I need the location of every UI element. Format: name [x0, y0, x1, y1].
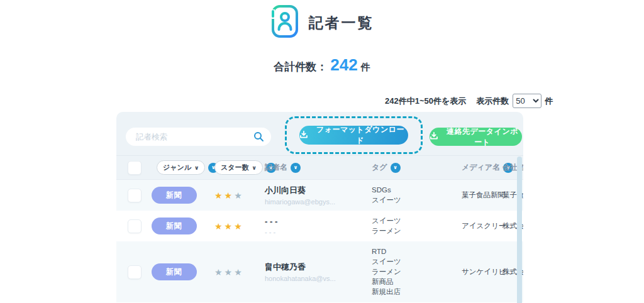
table-row: 新聞 ★★★ - - - - - - スイーツラーメン アイスクリー... 株式…	[116, 211, 523, 241]
row-checkbox[interactable]	[128, 189, 142, 202]
reporter-email: himariogawa@ebgys...	[265, 198, 372, 206]
media-name: アイスクリー...	[462, 221, 502, 231]
pagination-info: 242件中1~50件を表示 表示件数 50 件	[385, 94, 553, 108]
reporter-sort-icon[interactable]: ∨	[291, 163, 301, 173]
format-download-button[interactable]: フォーマットダウンロード	[299, 126, 408, 145]
media-name: サンケイリビ...	[462, 267, 502, 277]
import-icon	[430, 131, 438, 142]
star-rating: ★★★	[214, 190, 265, 201]
reporter-name[interactable]: - - -	[265, 217, 372, 226]
reporter-email: - - -	[265, 228, 372, 236]
star-filled-icon: ★	[214, 190, 225, 201]
media-name: 菓子食品新聞	[462, 190, 502, 200]
per-page-unit: 件	[545, 96, 553, 107]
row-checkbox[interactable]	[128, 219, 142, 233]
per-page-select[interactable]: 50	[513, 94, 541, 108]
select-all-checkbox[interactable]	[128, 161, 142, 175]
column-tag: タグ	[372, 162, 387, 173]
reporter-name[interactable]: 畠中穂乃香	[265, 262, 372, 273]
page-header: 記者一覧	[0, 4, 644, 41]
tag-item: 新商品	[372, 277, 462, 287]
tag-item: SDGs	[372, 185, 462, 195]
star-filled-icon: ★	[234, 221, 244, 231]
tag-sort-icon[interactable]: ∨	[391, 163, 401, 173]
genre-badge: 新聞	[152, 187, 197, 204]
total-count-unit: 件	[361, 62, 370, 74]
reporter-table-panel: フォーマットダウンロード 連絡先データインポート ジャンル ∨	[116, 112, 523, 303]
contact-import-button[interactable]: 連絡先データインポート	[430, 128, 522, 146]
download-icon	[299, 130, 308, 141]
search-box	[126, 128, 271, 146]
tag-item: 新規出店	[372, 287, 462, 297]
reporter-name[interactable]: 小川向日葵	[265, 185, 372, 196]
star-filled-icon: ★	[225, 190, 235, 201]
tag-item: ラーメン	[372, 226, 462, 236]
total-count-label: 合計件数：	[274, 60, 327, 74]
per-page-label: 表示件数	[476, 96, 509, 107]
genre-filter[interactable]: ジャンル ∨	[157, 160, 205, 175]
tag-list: RTDスイーツラーメン新商品新規出店	[372, 246, 462, 297]
chevron-down-icon: ∨	[252, 165, 257, 171]
tag-item: RTD	[372, 247, 462, 256]
format-download-label: フォーマットダウンロード	[313, 124, 408, 146]
column-reporter-name: 記者名	[265, 162, 287, 173]
total-count-value: 242	[330, 55, 357, 75]
search-input[interactable]	[126, 128, 271, 146]
chevron-down-icon: ∨	[194, 165, 199, 171]
star-filter-label: スター数	[221, 163, 249, 172]
table-toolbar: フォーマットダウンロード 連絡先データインポート	[116, 112, 523, 156]
star-rating: ★★★	[214, 221, 265, 231]
column-media: メディア名	[462, 162, 500, 173]
star-filter[interactable]: スター数 ∨	[214, 160, 263, 175]
genre-badge: 新聞	[152, 218, 197, 234]
genre-filter-label: ジャンル	[163, 163, 191, 172]
tag-item: スイーツ	[372, 257, 462, 267]
table-header-row: ジャンル ∨ ∨ スター数 ∨ ∨ 記者名 ∨ タグ ∨	[116, 156, 523, 180]
star-filled-icon: ★	[225, 221, 235, 231]
search-icon[interactable]	[253, 131, 264, 142]
pagination-range: 242件中1~50件を表示	[385, 96, 466, 107]
vertical-scrollbar[interactable]	[517, 157, 522, 303]
tag-list: SDGsスイーツ	[372, 185, 462, 206]
table-row: 新聞 ★★★ 小川向日葵 himariogawa@ebgys... SDGsスイ…	[116, 180, 523, 211]
table-rows: 新聞 ★★★ 小川向日葵 himariogawa@ebgys... SDGsスイ…	[116, 180, 523, 303]
app-logo-icon	[270, 4, 299, 41]
tag-list: スイーツラーメン	[372, 216, 462, 236]
reporter-list-page: 記者一覧 合計件数： 242 件 242件中1~50件を表示 表示件数 50 件	[0, 0, 644, 303]
reporter-email: honokahatanaka@vs...	[265, 275, 372, 282]
tutorial-highlight-box: フォーマットダウンロード	[285, 116, 423, 154]
page-title: 記者一覧	[309, 13, 374, 33]
row-checkbox[interactable]	[128, 265, 142, 279]
tag-item: スイーツ	[372, 196, 462, 205]
total-count: 合計件数： 242 件	[0, 55, 644, 75]
tag-item: スイーツ	[372, 216, 462, 226]
star-rating: ★★★	[214, 267, 265, 277]
star-empty-icon: ★	[234, 267, 244, 277]
table-row: 新聞 ★★★ 畠中穂乃香 honokahatanaka@vs... RTDスイー…	[116, 241, 523, 302]
tag-item: ラーメン	[372, 267, 462, 277]
star-empty-icon: ★	[234, 190, 244, 201]
genre-badge: 新聞	[152, 263, 197, 280]
star-filled-icon: ★	[214, 221, 225, 231]
star-empty-icon: ★	[214, 267, 225, 277]
contact-import-label: 連絡先データインポート	[443, 126, 522, 148]
star-empty-icon: ★	[225, 267, 235, 277]
